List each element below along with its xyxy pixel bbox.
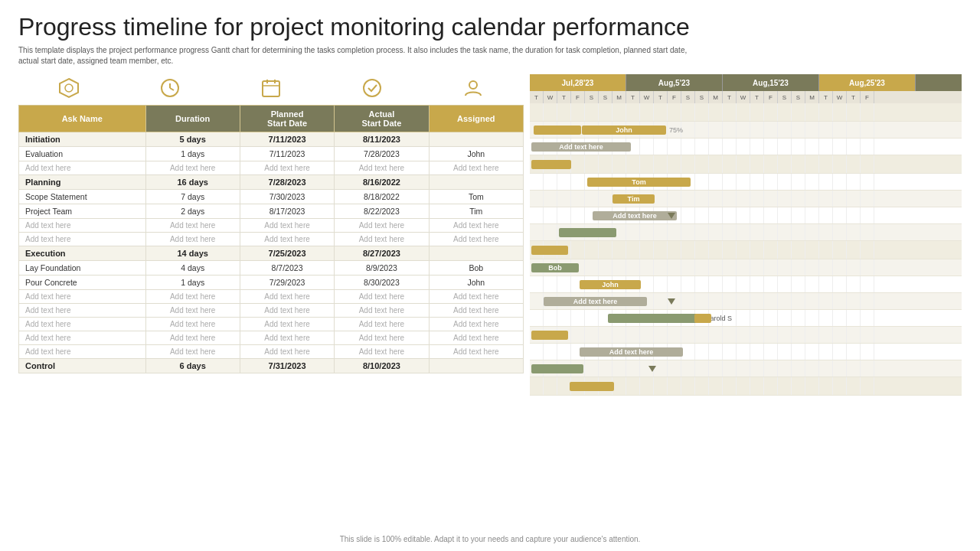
cell-r10-c4: John	[429, 276, 523, 290]
gantt-cell	[847, 344, 861, 360]
gantt-cell	[612, 155, 626, 173]
gantt-cell	[847, 241, 861, 259]
gantt-cell	[805, 224, 819, 240]
gantt-cell	[750, 122, 764, 138]
gantt-cell	[668, 276, 681, 292]
gantt-row	[530, 360, 962, 377]
gantt-cell	[778, 259, 792, 276]
gantt-cell	[792, 103, 805, 121]
gantt-cell	[585, 259, 599, 276]
gantt-cell	[599, 241, 612, 259]
table-row: Add text hereAdd text hereAdd text hereA…	[19, 318, 524, 331]
gantt-months: Jul,28'23Aug,5'23Aug,15'23Aug,25'23	[530, 74, 962, 91]
main-content: Ask Name Duration PlannedStart Date Actu…	[18, 74, 962, 532]
gantt-cell	[737, 122, 750, 138]
gantt-cell	[640, 276, 654, 292]
gantt-cell	[778, 155, 792, 173]
cell-r7-c3: Add text here	[335, 233, 429, 246]
gantt-cell	[861, 224, 874, 240]
gantt-cell	[695, 327, 709, 343]
gantt-cell	[681, 241, 695, 259]
gantt-cell	[681, 344, 695, 360]
gantt-cell	[599, 327, 612, 343]
gantt-cell	[805, 103, 819, 121]
gantt-cell	[723, 155, 737, 173]
gantt-cell	[750, 310, 764, 326]
milestone-arrow	[668, 298, 675, 305]
gantt-cell	[737, 310, 750, 326]
gantt-cell	[709, 377, 723, 395]
gantt-cell	[709, 327, 723, 343]
gantt-cell	[764, 344, 778, 360]
gantt-cell	[833, 122, 847, 138]
cell-r13-c4: Add text here	[429, 318, 523, 331]
gantt-cell	[709, 276, 723, 292]
gantt-day-label: S	[585, 91, 599, 103]
gantt-cell	[544, 191, 557, 207]
gantt-cell	[750, 293, 764, 309]
gantt-bar: Bob	[531, 263, 579, 272]
cell-r6-c3: Add text here	[335, 219, 429, 233]
gantt-cell	[709, 103, 723, 121]
gantt-cell	[654, 139, 668, 155]
gantt-cell	[847, 139, 861, 155]
gantt-cell	[640, 139, 654, 155]
gantt-cell	[612, 360, 626, 377]
gantt-cell	[681, 259, 695, 276]
project-table: Ask Name Duration PlannedStart Date Actu…	[18, 105, 524, 373]
gantt-cell	[681, 224, 695, 240]
gantt-day-label: T	[626, 91, 640, 103]
col-task: Ask Name	[19, 106, 146, 132]
svg-line-4	[170, 88, 174, 90]
gantt-cell	[571, 241, 585, 259]
subtitle: This template displays the project perfo…	[18, 45, 707, 67]
gantt-cell	[778, 207, 792, 223]
cell-r0-c0: Initiation	[19, 132, 146, 147]
gantt-day-label: S	[681, 91, 695, 103]
gantt-bar: Tom	[587, 178, 691, 187]
col-planned: PlannedStart Date	[240, 106, 334, 132]
gantt-cell	[778, 139, 792, 155]
gantt-cell	[737, 344, 750, 360]
gantt-cell	[544, 224, 557, 240]
gantt-cell	[819, 241, 833, 259]
table-row: Add text hereAdd text hereAdd text hereA…	[19, 290, 524, 304]
gantt-cell	[654, 155, 668, 173]
gantt-cell	[737, 155, 750, 173]
gantt-day-label: T	[819, 91, 833, 103]
gantt-cell	[778, 241, 792, 259]
col-actual: ActualStart Date	[335, 106, 429, 132]
gantt-cell	[764, 360, 778, 377]
gantt-header: Jul,28'23Aug,5'23Aug,15'23Aug,25'23 TWTF…	[530, 74, 962, 103]
gantt-cell	[833, 191, 847, 207]
gantt-day-label: F	[571, 91, 585, 103]
cell-r4-c2: 7/30/2023	[240, 190, 334, 204]
gantt-cell	[737, 377, 750, 395]
cell-r13-c3: Add text here	[335, 318, 429, 331]
cell-r3-c1: 16 days	[145, 175, 240, 190]
gantt-cell	[530, 103, 544, 121]
gantt-row: Add text here	[530, 293, 962, 310]
gantt-cell	[585, 155, 599, 173]
gantt-cell	[819, 310, 833, 326]
gantt-cell	[847, 293, 861, 309]
gantt-bar: John	[580, 280, 641, 289]
gantt-cell	[599, 103, 612, 121]
cell-r5-c3: 8/22/2023	[335, 204, 429, 219]
gantt-cell	[819, 155, 833, 173]
gantt-cell	[709, 122, 723, 138]
gantt-bar	[531, 246, 568, 255]
gantt-cell	[764, 191, 778, 207]
gantt-cell	[571, 103, 585, 121]
cell-r3-c0: Planning	[19, 175, 146, 190]
gantt-month-label: Aug,25'23	[819, 74, 916, 91]
cell-r14-c4: Add text here	[429, 331, 523, 345]
gantt-bar: Add text here	[544, 297, 647, 306]
cell-r1-c0: Evaluation	[19, 147, 146, 161]
gantt-cell	[819, 174, 833, 190]
gantt-cell	[792, 276, 805, 292]
gantt-cell	[654, 191, 668, 207]
gantt-bar	[534, 126, 581, 135]
gantt-cell	[847, 191, 861, 207]
table-row: Add text hereAdd text hereAdd text hereA…	[19, 331, 524, 345]
